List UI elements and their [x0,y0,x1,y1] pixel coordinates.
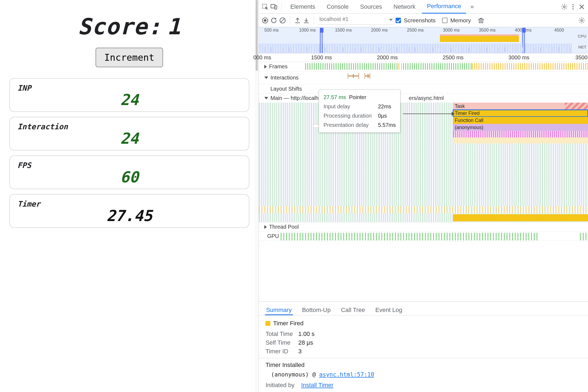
tooltip-event: Pointer [349,94,366,100]
tab-performance[interactable]: Performance [422,0,466,14]
interaction-tooltip: 27.57 ms Pointer Input delay22ms Process… [319,90,400,133]
collapse-icon[interactable] [264,97,268,99]
memory-label: Memory [450,17,471,24]
overview-tick: 1500 ms [335,28,352,33]
demo-page: Score:1 Increment INP 24 Interaction 24 … [0,0,259,392]
timeline-ruler[interactable]: 000 ms1500 ms2000 ms2500 ms3000 ms3500 [259,53,588,62]
tab-console[interactable]: Console [322,0,354,13]
gc-icon[interactable] [477,17,485,24]
screenshots-checkbox[interactable] [396,18,401,23]
tab-network[interactable]: Network [389,0,421,13]
overview-net [259,47,572,52]
overview-tick: 500 ms [264,28,278,33]
reload-record-icon[interactable] [270,17,277,24]
gear-icon[interactable] [561,3,568,10]
tab-event-log[interactable]: Event Log [374,304,403,315]
track-label: Thread Pool [269,224,299,230]
overview-activity-bar [440,34,519,42]
track-thread-pool[interactable]: Thread Pool [259,222,588,232]
summary-key: Total Time [265,330,298,338]
timeline-overview[interactable]: 500 ms1000 ms1500 ms2000 ms2500 ms3000 m… [259,27,588,53]
flame-task-long[interactable] [565,103,588,110]
frame-spike [399,63,401,70]
capture-settings-icon[interactable] [578,17,585,24]
ruler-tick: 000 ms [253,54,271,61]
ruler-tick: 3500 [575,54,588,61]
record-icon[interactable] [262,17,269,24]
metric-card-fps: FPS 60 [9,155,249,189]
dropdown-icon [389,19,393,21]
tab-call-tree[interactable]: Call Tree [340,304,366,315]
summary-value: 3 [298,347,320,356]
track-gpu[interactable]: GPU [259,232,588,241]
flame-render[interactable] [453,137,588,143]
download-icon[interactable] [303,17,310,24]
svg-point-4 [572,4,574,5]
expand-icon[interactable] [264,65,267,69]
perf-toolbar: localhost #1 Screenshots Memory [259,14,588,27]
collapse-icon[interactable] [264,76,268,79]
summary-value: 28 µs [298,338,320,347]
tab-elements[interactable]: Elements [285,0,320,13]
tab-bottom-up[interactable]: Bottom-Up [301,304,332,315]
memory-checkbox[interactable] [442,18,448,23]
flame-microtasks[interactable] [453,131,588,137]
main-url-suffix: ers/async.html [409,95,444,101]
track-interactions[interactable]: Interactions [259,71,588,84]
svg-point-5 [572,6,574,7]
track-label: Main — http://localho [270,95,321,101]
tab-sources[interactable]: Sources [355,0,387,13]
track-frames[interactable]: Frames [259,62,588,71]
expand-icon[interactable] [264,225,267,229]
track-main-header[interactable]: Main — http://localho ers/async.html [259,94,588,103]
overview-tick: 2000 ms [371,28,388,33]
recording-select[interactable]: localhost #1 [318,16,394,25]
score-value: 1 [167,14,181,39]
interaction-whisker[interactable] [348,73,359,79]
thread-body [305,223,588,231]
overview-tick: 3500 ms [479,28,495,33]
close-icon[interactable] [578,3,585,10]
score-label: Score: [78,14,161,39]
metric-card-interaction: Interaction 24 [9,117,249,151]
svg-point-6 [572,8,574,9]
summary-panel: Timer Fired Total Time1.00 s Self Time28… [259,316,588,358]
cpu-label: CPU [578,34,586,38]
ruler-tick: 2500 ms [443,54,464,61]
track-label: Layout Shifts [270,86,302,92]
metric-card-timer: Timer 27.45 [9,194,249,228]
overview-tick: 2500 ms [407,28,424,33]
track-layout-shifts[interactable]: Layout Shifts [259,84,588,94]
interaction-whisker[interactable] [365,73,370,79]
summary-value: 1.00 s [298,330,320,338]
clear-icon[interactable] [279,17,286,24]
svg-point-10 [581,19,583,21]
metric-value: 24 [17,130,241,147]
summary-swatch [265,321,270,326]
initiated-by-link[interactable]: Install Timer [301,382,333,388]
ruler-tick: 3000 ms [509,54,529,61]
devtools-tabbar: Elements Console Sources Network Perform… [259,0,588,14]
upload-icon[interactable] [294,17,301,24]
kebab-icon[interactable] [569,3,577,10]
screenshots-label: Screenshots [404,17,436,24]
track-label: Frames [269,63,287,70]
flame-bar[interactable] [453,214,588,221]
tab-summary[interactable]: Summary [265,304,293,315]
flame-timer-fired[interactable]: Timer Fired [453,110,588,117]
device-icon[interactable] [270,3,277,10]
devtools-panel: Elements Console Sources Network Perform… [259,0,588,392]
summary-key: Self Time [265,338,298,347]
more-tabs-icon[interactable]: » [468,1,476,13]
flame-anonymous[interactable]: (anonymous) [453,124,588,131]
tooltip-arrow [403,114,453,114]
flame-chart[interactable]: Task Timer Fired Function Call (anonymou… [259,103,588,222]
svg-point-8 [264,19,267,22]
track-label: GPU [267,233,279,239]
initiator-source-link[interactable]: async.html:57:10 [319,371,374,378]
initiator-heading: Timer Installed [265,362,581,369]
flame-function-call[interactable]: Function Call [453,117,588,124]
recording-name: localhost #1 [319,16,348,22]
increment-button[interactable]: Increment [96,48,163,67]
inspect-icon[interactable] [262,3,269,10]
